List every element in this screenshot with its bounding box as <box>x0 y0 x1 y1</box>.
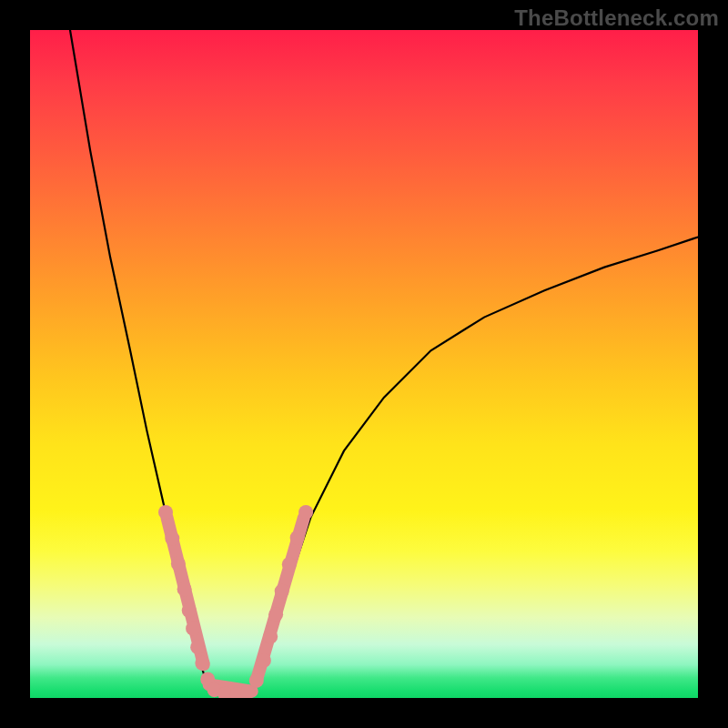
overlay-dot <box>177 581 192 596</box>
overlay-dot <box>298 505 313 520</box>
watermark-text: TheBottleneck.com <box>514 5 719 31</box>
overlay-dot <box>257 653 271 668</box>
overlay-dot <box>182 603 197 618</box>
overlay-dot <box>282 557 297 571</box>
curve-right-arm <box>250 238 698 692</box>
overlay-dot <box>165 531 179 546</box>
overlay-dot <box>275 584 289 599</box>
overlay-dot <box>268 607 283 622</box>
chart-stage: TheBottleneck.com <box>0 0 728 728</box>
overlay-dot <box>263 630 278 644</box>
plot-area <box>30 30 698 698</box>
overlay-dot <box>195 656 209 671</box>
curve-layer <box>30 30 698 698</box>
overlay-dot <box>171 557 186 571</box>
overlay-dot <box>158 505 173 520</box>
overlay-dot <box>190 640 205 654</box>
overlay-dot <box>249 673 264 688</box>
overlay-dot <box>186 622 200 636</box>
overlay-dot <box>290 531 305 545</box>
